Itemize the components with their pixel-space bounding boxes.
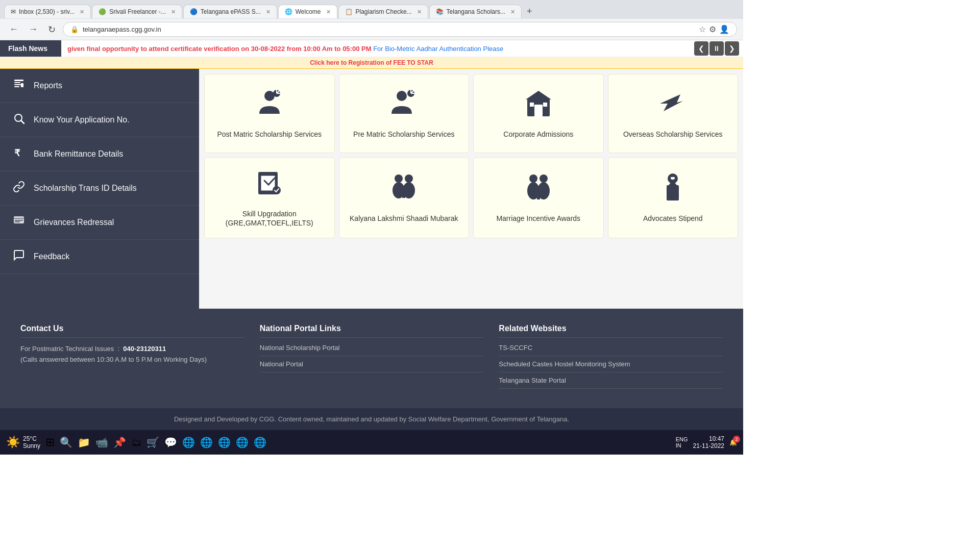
taskbar-chrome2-icon[interactable]: 🌐	[200, 436, 213, 448]
card-marriage[interactable]: Marriage Incentive Awards	[473, 157, 604, 238]
card-corporate[interactable]: Corporate Admissions	[473, 74, 604, 153]
profile-icon[interactable]: 👤	[719, 24, 729, 34]
sidebar-item-bank[interactable]: ₹ Bank Remittance Details	[0, 137, 199, 171]
svg-rect-24	[534, 105, 543, 116]
flash-content: given final opportunity to attend certif…	[61, 41, 690, 57]
card-kalyana[interactable]: Kalyana Lakshmi Shaadi Mubarak	[339, 157, 470, 238]
card-pre-matric[interactable]: Pre Matric Scholarship Services	[339, 74, 470, 153]
card-skill[interactable]: Skill Upgradation (GRE,GMAT,TOEFL,IELTS)	[204, 157, 335, 238]
card-overseas[interactable]: Overseas Scholarship Services	[608, 74, 739, 153]
taskbar-store-icon[interactable]: 🛒	[146, 436, 159, 448]
footer-related-title: Related Websites	[499, 324, 723, 338]
svg-rect-2	[14, 84, 22, 85]
svg-line-6	[21, 121, 24, 124]
footer-bottom: Designed and Developed by CGG. Content o…	[0, 408, 743, 430]
tab-label-freelancer: Srivali Freelancer -...	[109, 8, 166, 15]
settings-icon[interactable]: ⚙	[709, 24, 716, 34]
svg-rect-10	[15, 220, 23, 221]
close-icon[interactable]: ✕	[171, 9, 176, 15]
sidebar-item-feedback[interactable]: Feedback	[0, 240, 199, 274]
taskbar-sticky-icon[interactable]: 📌	[113, 436, 126, 448]
tab-epass[interactable]: 🔵 Telangana ePASS S... ✕	[183, 5, 277, 18]
reports-icon	[11, 78, 27, 93]
tab-icon-welcome: 🌐	[285, 8, 292, 15]
sidebar-item-reports[interactable]: Reports	[0, 69, 199, 103]
taskbar-chrome1-icon[interactable]: 🌐	[182, 436, 195, 448]
sidebar: Reports Know Your Application No. ₹ Bank…	[0, 69, 199, 309]
taskbar-date-value: 21-11-2022	[693, 442, 724, 449]
card-post-matric[interactable]: Post Matric Scholarship Services	[204, 74, 335, 153]
sidebar-item-know-app[interactable]: Know Your Application No.	[0, 103, 199, 137]
footer-contact-line2: (Calls answered between 10:30 A.M to 5 P…	[20, 355, 244, 365]
sidebar-label-bank: Bank Remittance Details	[34, 149, 123, 159]
taskbar-icons: 🔍 📁 📹 📌 🗂 🛒 💬 🌐 🌐 🌐 🌐 🌐	[60, 436, 266, 448]
close-icon[interactable]: ✕	[510, 9, 515, 15]
tab-gmail[interactable]: ✉ Inbox (2,530) - sriv... ✕	[4, 5, 91, 18]
feedback-icon	[11, 249, 27, 264]
url-input[interactable]	[83, 26, 695, 33]
close-icon[interactable]: ✕	[326, 9, 331, 15]
taskbar-files-icon[interactable]: 📁	[78, 436, 90, 448]
link-national-scholarship[interactable]: National Scholarship Portal	[260, 344, 484, 356]
taskbar-right: ENG IN 10:47 21-11-2022 🔔 2	[676, 435, 737, 449]
taskbar-chrome4-icon[interactable]: 🌐	[236, 436, 249, 448]
sidebar-label-feedback: Feedback	[34, 252, 69, 261]
flash-text-red: given final opportunity to attend certif…	[67, 45, 372, 53]
svg-point-12	[264, 91, 275, 101]
taskbar-folder-icon[interactable]: 🗂	[131, 437, 141, 448]
start-button[interactable]: ⊞	[45, 436, 55, 449]
tab-welcome[interactable]: 🌐 Welcome ✕	[278, 5, 337, 18]
flash-next-button[interactable]: ❯	[725, 41, 739, 56]
taskbar-search-icon[interactable]: 🔍	[60, 436, 72, 448]
weather-widget: ☀️ 25°C Sunny	[6, 435, 40, 449]
back-button[interactable]: ←	[6, 23, 21, 36]
rupee-icon: ₹	[11, 146, 27, 162]
tab-plagiarism[interactable]: 📋 Plagiarism Checke... ✕	[338, 5, 428, 18]
pre-matric-icon	[388, 88, 419, 124]
flash-label: Flash News	[0, 40, 61, 57]
card-advocates[interactable]: Advocates Stipend	[608, 157, 739, 238]
sidebar-label-know-app: Know Your Application No.	[34, 115, 130, 124]
tab-label-welcome: Welcome	[296, 8, 321, 15]
link-telangana-state[interactable]: Telangana State Portal	[499, 377, 723, 389]
advocates-icon	[657, 172, 688, 209]
close-icon[interactable]: ✕	[266, 9, 271, 15]
taskbar-chrome3-icon[interactable]: 🌐	[218, 436, 231, 448]
sidebar-item-scholarship-trans[interactable]: Scholarship Trans ID Details	[0, 171, 199, 206]
reload-button[interactable]: ↻	[45, 23, 59, 36]
notification-icon[interactable]: 🔔 2	[729, 439, 737, 446]
footer-national-title: National Portal Links	[260, 324, 484, 338]
bookmark-icon[interactable]: ☆	[699, 24, 706, 34]
new-tab-button[interactable]: +	[523, 4, 536, 19]
weather-desc: Sunny	[23, 442, 40, 449]
tab-icon-plagiarism: 📋	[345, 8, 353, 15]
footer-bottom-text: Designed and Developed by CGG. Content o…	[174, 415, 569, 423]
tab-scholars[interactable]: 📚 Telangana Scholars... ✕	[429, 5, 522, 18]
svg-rect-0	[14, 80, 23, 81]
announce-bar[interactable]: Click here to Registration of FEE TO STA…	[0, 57, 743, 69]
sidebar-item-grievances[interactable]: Grievances Redressal	[0, 206, 199, 240]
tab-label-plagiarism: Plagiarism Checke...	[356, 8, 412, 15]
tab-freelancer[interactable]: 🟢 Srivali Freelancer -... ✕	[92, 5, 182, 18]
taskbar-whatsapp-icon[interactable]: 💬	[164, 436, 177, 448]
taskbar-meet-icon[interactable]: 📹	[95, 436, 108, 448]
address-bar[interactable]: 🔒 ☆ ⚙ 👤	[63, 22, 737, 37]
card-marriage-label: Marriage Incentive Awards	[496, 214, 580, 223]
link-scheduled-castes[interactable]: Scheduled Castes Hostel Monitoring Syste…	[499, 360, 723, 372]
link-national-portal[interactable]: National Portal	[260, 360, 484, 372]
footer-contact-title: Contact Us	[20, 324, 244, 338]
link-ts-sccfc[interactable]: TS-SCCFC	[499, 344, 723, 356]
card-skill-label: Skill Upgradation (GRE,GMAT,TOEFL,IELTS)	[210, 209, 329, 228]
sidebar-label-reports: Reports	[34, 81, 62, 90]
close-icon[interactable]: ✕	[417, 9, 422, 15]
svg-point-31	[405, 174, 413, 183]
main-layout: Reports Know Your Application No. ₹ Bank…	[0, 69, 743, 309]
flash-pause-button[interactable]: ⏸	[709, 41, 724, 56]
card-corporate-label: Corporate Admissions	[503, 130, 573, 139]
forward-button[interactable]: →	[26, 23, 41, 36]
close-icon[interactable]: ✕	[80, 9, 84, 15]
taskbar-chrome5-icon[interactable]: 🌐	[254, 436, 266, 448]
announce-text: Click here to Registration of FEE TO STA…	[310, 59, 433, 66]
flash-prev-button[interactable]: ❮	[694, 41, 708, 56]
post-matric-icon	[254, 88, 285, 124]
